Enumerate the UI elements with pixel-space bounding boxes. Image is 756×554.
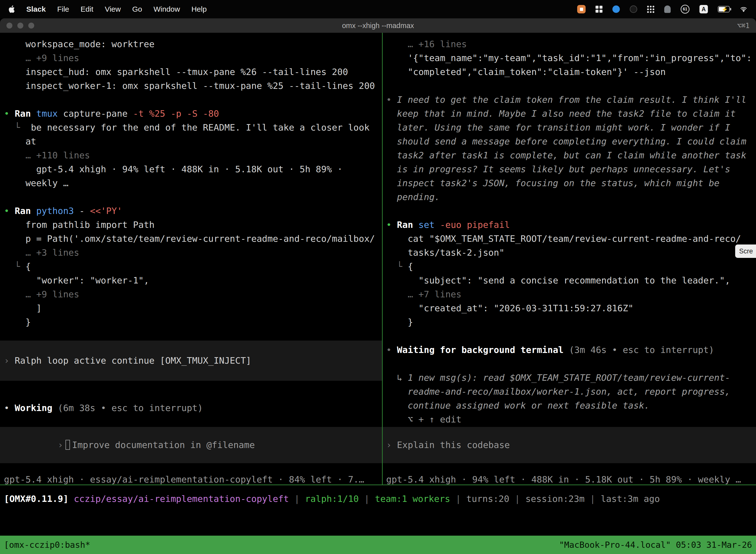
tmux-status-bar: [omx-cczip0:bash* "MacBook-Pro-44.local"… [0,536,756,554]
battery-icon[interactable]: ⚡ [718,6,730,12]
terminal-line: inspect task2's JSON, focusing on the st… [386,176,756,190]
traffic-lights [6,22,34,29]
blue-app-icon[interactable] [612,5,620,13]
terminal-line: … +7 lines [386,287,756,301]
terminal-line: pending. [386,190,756,204]
terminal-line: workspace_mode: worktree [4,37,382,51]
menu-bar-status-icons: 61 A ⚡ [577,5,748,14]
close-button[interactable] [6,22,12,29]
terminal-line: cat "$OMX_TEAM_STATE_ROOT/team/review-cu… [386,232,756,246]
terminal-line: inspect_worker-1: omx sparkshell --tmux-… [4,79,382,93]
window-title: omx --xhigh --madmax [342,21,414,30]
terminal-line: • Ran python3 - <<'PY' [4,204,382,218]
terminal-line: } [386,315,756,329]
terminal-line: ⌥ + ↑ edit [386,412,756,427]
window-titlebar[interactable]: omx --xhigh --madmax ⌥⌘1 [0,18,756,33]
terminal-line: at [4,134,382,149]
terminal-line: gpt-5.4 xhigh · 94% left · 488K in · 5.1… [4,162,382,176]
inject-banner-text: › Ralph loop active continue [OMX_TMUX_I… [4,354,251,368]
pane-left[interactable]: workspace_mode: worktree … +9 lines insp… [0,33,382,485]
apple-menu-icon[interactable] [8,5,15,13]
menu-items: FileEditViewGoWindowHelp [57,5,207,13]
terminal-line: '{"team_name":"my-team","task_id":"1","f… [386,51,756,65]
menu-item-go[interactable]: Go [132,5,142,13]
terminal-line: ] [4,301,382,315]
menu-item-help[interactable]: Help [191,5,207,13]
terminal-line: readme-and-reco/mailbox/worker-1.json, a… [386,385,756,399]
input-placeholder[interactable]: Improve documentation in @filename [72,440,255,450]
menu-item-edit[interactable]: Edit [81,5,93,13]
terminal-output-right: … +16 lines '{"team_name":"my-team","tas… [383,33,756,427]
terminal-line [386,204,756,218]
terminal-line: continue assigned work or next feasible … [386,399,756,412]
stop-recording-icon[interactable] [577,5,586,13]
wifi-icon[interactable] [740,6,748,12]
menu-item-view[interactable]: View [105,5,121,13]
inject-banner: › Ralph loop active continue [OMX_TMUX_I… [0,340,382,381]
dark-app-icon[interactable] [630,5,637,13]
terminal-line: from pathlib import Path [4,218,382,232]
terminal-line: task2 after task1 is complete, but can I… [386,149,756,162]
terminal-line: "worker": "worker-1", [4,274,382,287]
stop-square-icon [580,8,583,11]
omx-status-bar: [OMX#0.11.9] cczip/essay/ai-reimplementa… [4,492,756,506]
composer-left[interactable]: ›Improve documentation in @filename [0,427,382,463]
terminal-line [386,79,756,93]
terminal-line: } [4,315,382,329]
terminal-line: should send a message before completing … [386,134,756,149]
terminal-line: └ be necessary for the end of the README… [4,121,382,134]
terminal-line: weekly … [4,176,382,190]
terminal-line: … +110 lines [4,149,382,162]
keyboard-input-icon[interactable]: A [699,5,708,13]
terminal-line: ↳ 1 new msg(s): read $OMX_TEAM_STATE_ROO… [386,371,756,385]
terminal-line: • Waiting for background terminal (3m 46… [386,343,756,357]
terminal-line: • I need to get the claim token from the… [386,93,756,107]
terminal-line: • Ran tmux capture-pane -t %25 -p -S -80 [4,107,382,121]
terminal-line: p = Path('.omx/state/team/review-current… [4,232,382,246]
input-placeholder-right[interactable]: › Explain this codebase [386,438,510,452]
menu-bar: Slack FileEditViewGoWindowHelp 61 A ⚡ [0,0,756,18]
terminal-window: omx --xhigh --madmax ⌥⌘1 workspace_mode:… [0,18,756,554]
working-status: • Working (6m 38s • esc to interrupt) [4,401,203,415]
composer-right[interactable]: › Explain this codebase [383,427,756,463]
menu-item-file[interactable]: File [57,5,69,13]
tmux-host-clock: "MacBook-Pro-44.local" 05:03 31-Mar-26 [559,540,752,550]
text-cursor [65,440,70,450]
model-status-line-right: gpt-5.4 xhigh · 94% left · 488K in · 5.1… [386,473,756,485]
terminal-line: └ { [386,260,756,274]
dots-grid-icon[interactable] [647,6,654,13]
terminal-line: later. Using the same for transition mig… [386,121,756,134]
terminal-line: "created_at": "2026-03-31T11:59:27.816Z" [386,301,756,315]
zoom-button[interactable] [28,22,34,29]
terminal-line: … +9 lines [4,287,382,301]
terminal-line: … +3 lines [4,246,382,260]
terminal-line [386,329,756,343]
terminal-line: "subject": "send a concise recommendatio… [386,274,756,287]
terminal-line: inspect_hud: omx sparkshell --tmux-pane … [4,65,382,79]
app-menu-title[interactable]: Slack [26,5,46,13]
tmux-session: workspace_mode: worktree … +9 lines insp… [0,33,756,536]
window-shortcut-hint: ⌥⌘1 [737,21,750,30]
pane-bottom-border [0,485,756,485]
prompt-chevron-icon: › [58,440,63,450]
terminal-line [4,190,382,204]
charging-bolt-icon: ⚡ [721,6,728,13]
menu-item-window[interactable]: Window [153,5,180,13]
terminal-line: "completed","claim_token":"claim-token"}… [386,65,756,79]
terminal-line: • Ran set -euo pipefail [386,218,756,232]
ghost-icon[interactable] [664,5,671,13]
terminal-line: … +9 lines [4,51,382,65]
terminal-line: is in progress? It seems likely but perh… [386,162,756,176]
terminal-line: keep that in mind. Maybe I also need the… [386,107,756,121]
terminal-line: … +16 lines [386,37,756,51]
terminal-line [386,357,756,371]
terminal-line [4,93,382,107]
model-status-line-left: gpt-5.4 xhigh · essay/ai-reimplementatio… [4,473,382,485]
screenshot-thumbnail-label[interactable]: Scre [735,244,756,258]
pane-right[interactable]: … +16 lines '{"team_name":"my-team","tas… [383,33,756,485]
tmux-session-name[interactable]: [omx-cczip0:bash* [4,540,90,550]
minimize-button[interactable] [17,22,23,29]
window-grid-icon[interactable] [595,6,603,13]
terminal-line: tasks/task-2.json" [386,246,756,260]
battery-percent-badge[interactable]: 61 [681,5,690,14]
